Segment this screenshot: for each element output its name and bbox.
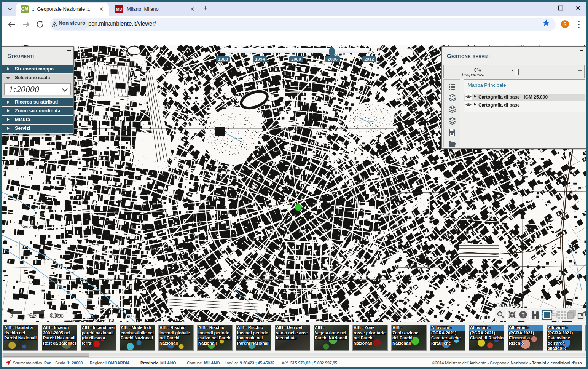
- svg-text:?: ?: [521, 312, 525, 318]
